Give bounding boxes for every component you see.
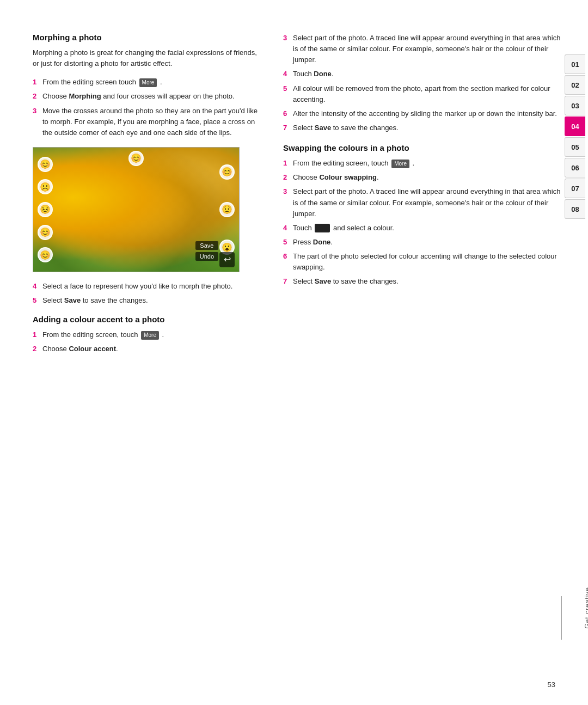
step-item: 5 Press Done.: [283, 237, 561, 248]
emoji-icon: 😊: [219, 164, 235, 180]
colour-accent-continued-steps: 3 Select part of the photo. A traced lin…: [283, 33, 561, 133]
step-item: 2 Choose Colour swapping.: [283, 172, 561, 183]
right-column: 3 Select part of the photo. A traced lin…: [283, 33, 566, 672]
step-number: 4: [33, 281, 42, 292]
step-text: Press Done.: [293, 237, 561, 248]
tab-01[interactable]: 01: [565, 54, 585, 74]
undo-button[interactable]: Undo: [195, 252, 218, 261]
step-text: Choose Colour accent.: [42, 344, 261, 354]
step-text: Alter the intensity of the accenting by …: [293, 108, 561, 119]
page-container: Morphing a photo Morphing a photo is gre…: [0, 0, 588, 705]
step-number: 5: [283, 237, 293, 248]
swapping-section: Swapping the colours in a photo 1 From t…: [283, 143, 561, 287]
main-content: Morphing a photo Morphing a photo is gre…: [0, 0, 588, 705]
tab-08[interactable]: 08: [565, 199, 585, 219]
step-text: Touch and select a colour.: [293, 223, 561, 234]
morphing-title: Morphing a photo: [33, 33, 261, 42]
more-button[interactable]: More: [141, 331, 159, 340]
step-item: 5 All colour will be removed from the ph…: [283, 83, 561, 105]
step-item: 6 The part of the photo selected for col…: [283, 251, 561, 273]
swapping-title: Swapping the colours in a photo: [283, 143, 561, 152]
tab-03[interactable]: 03: [565, 96, 585, 115]
step-number: 1: [283, 158, 293, 169]
step-item: 3 Select part of the photo. A traced lin…: [283, 33, 561, 65]
emoji-icon: 😊: [38, 247, 53, 262]
step-text: From the editing screen touch More .: [42, 77, 261, 88]
footer-divider: [561, 596, 562, 640]
step-number: 6: [283, 251, 293, 273]
step-number: 5: [33, 295, 42, 306]
step-text: From the editing screen, touch More .: [42, 329, 261, 340]
emoji-icon: 😣: [38, 202, 53, 217]
morphing-steps: 1 From the editing screen touch More . 2…: [33, 77, 261, 138]
more-button[interactable]: More: [139, 78, 157, 87]
step-number: 2: [33, 344, 42, 354]
step-number: 1: [33, 77, 42, 88]
morphing-steps-continued: 4 Select a face to represent how you'd l…: [33, 281, 261, 306]
step-item: 3 Move the crosses around the photo so t…: [33, 106, 261, 138]
step-number: 7: [283, 122, 293, 133]
step-number: 1: [33, 329, 42, 340]
colour-accent-steps: 1 From the editing screen, touch More . …: [33, 329, 261, 354]
step-number: 2: [283, 172, 293, 183]
top-emoji-icon: 😊: [128, 151, 144, 166]
touch-color-button[interactable]: [315, 224, 330, 232]
step-number: 4: [283, 69, 293, 79]
step-text: All colour will be removed from the phot…: [293, 83, 561, 105]
step-item: 7 Select Save to save the changes.: [283, 122, 561, 133]
step-text: Select Save to save the changes.: [42, 295, 261, 306]
step-item: 6 Alter the intensity of the accenting b…: [283, 108, 561, 119]
step-number: 3: [283, 186, 293, 219]
colour-accent-title: Adding a colour accent to a photo: [33, 315, 261, 324]
step-text: Move the crosses around the photo so the…: [42, 106, 261, 138]
emoji-icon: 😊: [38, 157, 53, 172]
morphing-intro: Morphing a photo is great for changing t…: [33, 47, 261, 69]
step-text: Select part of the photo. A traced line …: [293, 33, 561, 65]
morphing-image: 😊 😊 ☹️ 😣 😊 😊 😊 😟 😮 Save: [33, 147, 240, 272]
step-number: 3: [283, 33, 293, 65]
step-number: 5: [283, 83, 293, 105]
emoji-icon: 😟: [219, 202, 235, 217]
step-text: Select Save to save the changes.: [293, 122, 561, 133]
step-item: 1 From the editing screen, touch More .: [33, 329, 261, 340]
step-item: 4 Select a face to represent how you'd l…: [33, 281, 261, 292]
morphing-section: Morphing a photo Morphing a photo is gre…: [33, 33, 261, 306]
tab-05[interactable]: 05: [565, 137, 585, 157]
more-button[interactable]: More: [391, 160, 409, 168]
save-button[interactable]: Save: [195, 241, 218, 250]
step-text: The part of the photo selected for colou…: [293, 251, 561, 273]
step-number: 4: [283, 223, 293, 234]
step-item: 2 Choose Morphing and four crosses will …: [33, 91, 261, 102]
step-item: 5 Select Save to save the changes.: [33, 295, 261, 306]
step-item: 4 Touch and select a colour.: [283, 223, 561, 234]
left-column: Morphing a photo Morphing a photo is gre…: [33, 33, 261, 672]
step-item: 1 From the editing screen touch More .: [33, 77, 261, 88]
step-text: From the editing screen, touch More .: [293, 158, 561, 169]
tab-02[interactable]: 02: [565, 75, 585, 95]
step-item: 7 Select Save to save the changes.: [283, 276, 561, 287]
colour-accent-section: Adding a colour accent to a photo 1 From…: [33, 315, 261, 354]
emoji-icon: ☹️: [38, 179, 53, 194]
step-text: Choose Morphing and four crosses will ap…: [42, 91, 261, 102]
tab-07[interactable]: 07: [565, 179, 585, 198]
step-text: Select Save to save the changes.: [293, 276, 561, 287]
step-number: 3: [33, 106, 42, 138]
step-number: 7: [283, 276, 293, 287]
step-item: 2 Choose Colour accent.: [33, 344, 261, 354]
step-item: 4 Touch Done.: [283, 69, 561, 79]
step-number: 6: [283, 108, 293, 119]
tab-04[interactable]: 04: [565, 117, 585, 136]
back-icon[interactable]: ↩: [219, 252, 235, 267]
page-number: 53: [548, 681, 555, 689]
swapping-steps: 1 From the editing screen, touch More . …: [283, 158, 561, 287]
emoji-icon: 😊: [38, 225, 53, 240]
emoji-bar-left: 😊 ☹️ 😣 😊 😊: [38, 148, 53, 272]
step-text: Touch Done.: [293, 69, 561, 79]
tab-06[interactable]: 06: [565, 158, 585, 177]
step-number: 2: [33, 91, 42, 102]
get-creative-label: Get creative: [584, 587, 588, 629]
step-text: Select part of the photo. A traced line …: [293, 186, 561, 219]
image-buttons: Save Undo: [195, 241, 218, 261]
step-text: Select a face to represent how you'd lik…: [42, 281, 261, 292]
step-item: 1 From the editing screen, touch More .: [283, 158, 561, 169]
